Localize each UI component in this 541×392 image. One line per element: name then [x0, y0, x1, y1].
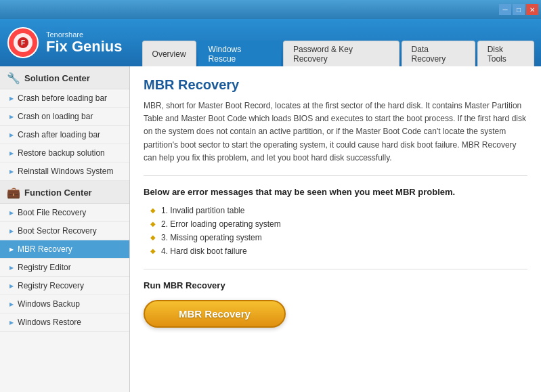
solution-center-icon: 🔧: [7, 72, 20, 85]
error-item-1: 1. Invalid partition table: [150, 204, 527, 217]
main-container: 🔧 Solution Center Crash before loading b…: [0, 66, 541, 392]
sidebar-item-boot-file-recovery[interactable]: Boot File Recovery: [0, 204, 129, 222]
tab-windows-rescue[interactable]: Windows Rescue: [198, 41, 281, 66]
sidebar-section-solution-center: 🔧 Solution Center: [0, 66, 129, 89]
run-section: Run MBR Recovery MBR Recovery: [144, 280, 527, 328]
sidebar-item-mbr-recovery[interactable]: MBR Recovery: [0, 240, 129, 259]
tab-disk-tools[interactable]: Disk Tools: [477, 41, 534, 66]
sidebar-section-function-center: 💼 Function Center: [0, 181, 129, 204]
tab-data-recovery[interactable]: Data Recovery: [402, 41, 475, 66]
sidebar: 🔧 Solution Center Crash before loading b…: [0, 66, 130, 392]
error-section: Below are error messages that may be see…: [144, 187, 527, 269]
app-title-area: Tenorshare Fix Genius: [46, 30, 122, 55]
svg-text:F: F: [21, 39, 25, 47]
mbr-recovery-button[interactable]: MBR Recovery: [144, 300, 286, 328]
sidebar-item-restore-backup[interactable]: Restore backup solution: [0, 144, 129, 162]
sidebar-item-registry-editor[interactable]: Registry Editor: [0, 259, 129, 277]
error-list: 1. Invalid partition table 2. Error load…: [144, 204, 527, 258]
tab-overview[interactable]: Overview: [142, 41, 196, 66]
sidebar-item-crash-after[interactable]: Crash after loading bar: [0, 126, 129, 144]
sidebar-item-boot-sector-recovery[interactable]: Boot Sector Recovery: [0, 222, 129, 240]
sidebar-item-crash-before[interactable]: Crash before loading bar: [0, 89, 129, 108]
maximize-button[interactable]: □: [513, 4, 525, 15]
tab-password-key-recovery[interactable]: Password & Key Recovery: [283, 41, 399, 66]
function-center-icon: 💼: [7, 186, 20, 199]
run-section-title: Run MBR Recovery: [144, 280, 527, 290]
minimize-button[interactable]: ─: [499, 4, 511, 15]
page-title: MBR Recovery: [144, 77, 527, 93]
sidebar-item-registry-recovery[interactable]: Registry Recovery: [0, 277, 129, 295]
header: F Tenorshare Fix Genius Overview Windows…: [0, 19, 541, 66]
error-item-4: 4. Hard disk boot failure: [150, 244, 527, 258]
sidebar-item-windows-restore[interactable]: Windows Restore: [0, 313, 129, 332]
content-area: MBR Recovery MBR, short for Master Boot …: [130, 66, 541, 392]
function-center-title: Function Center: [24, 188, 92, 198]
sidebar-item-reinstall-windows[interactable]: Reinstall Windows System: [0, 162, 129, 181]
app-name: Fix Genius: [46, 39, 122, 55]
close-button[interactable]: ✕: [526, 4, 538, 15]
title-bar: ─ □ ✕: [0, 0, 541, 19]
solution-center-title: Solution Center: [24, 73, 90, 83]
content-description: MBR, short for Master Boot Record, locat…: [144, 100, 527, 176]
nav-tabs: Overview Windows Rescue Password & Key R…: [142, 19, 534, 66]
logo-area: F Tenorshare Fix Genius: [7, 26, 142, 59]
error-item-2: 2. Error loading operating system: [150, 217, 527, 231]
error-section-title: Below are error messages that may be see…: [144, 187, 527, 197]
window-controls: ─ □ ✕: [499, 4, 538, 15]
error-item-3: 3. Missing operating system: [150, 231, 527, 244]
brand-name: Tenorshare: [46, 30, 122, 39]
sidebar-item-crash-on[interactable]: Crash on loading bar: [0, 108, 129, 126]
sidebar-item-windows-backup[interactable]: Windows Backup: [0, 295, 129, 313]
app-logo: F: [7, 26, 39, 59]
